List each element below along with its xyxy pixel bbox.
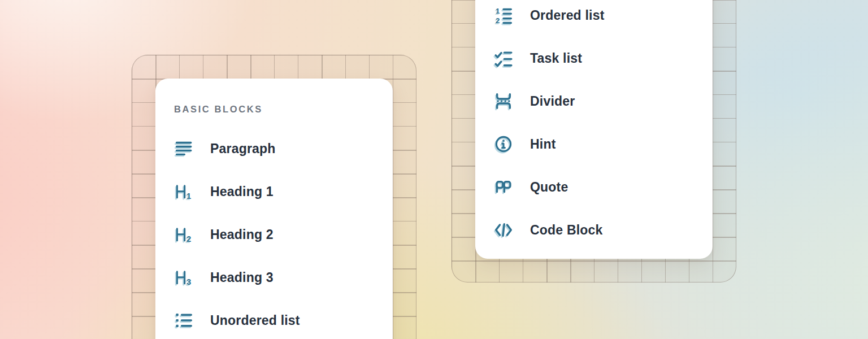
menu-item-label: Unordered list bbox=[210, 313, 300, 328]
heading-2-icon: 22 bbox=[174, 225, 193, 244]
menu-item-label: Task list bbox=[530, 51, 582, 66]
menu-item-divider[interactable]: Divider bbox=[494, 80, 713, 123]
menu-item-label: Heading 2 bbox=[210, 227, 274, 242]
more-blocks-menu-list: 1212 Ordered list Task list Divider Hint… bbox=[475, 0, 713, 251]
task-list-icon bbox=[494, 49, 513, 68]
menu-item-quote[interactable]: Quote bbox=[494, 166, 713, 208]
unordered-list-icon bbox=[174, 311, 193, 330]
menu-item-unordered-list[interactable]: Unordered list bbox=[174, 299, 393, 339]
menu-item-label: Divider bbox=[530, 94, 575, 109]
code-block-icon bbox=[494, 220, 513, 240]
svg-text:3: 3 bbox=[186, 277, 191, 286]
menu-item-label: Quote bbox=[530, 180, 568, 195]
svg-text:1: 1 bbox=[496, 7, 500, 15]
menu-item-label: Hint bbox=[530, 137, 556, 152]
menu-item-label: Heading 1 bbox=[210, 184, 274, 199]
menu-item-hint[interactable]: Hint bbox=[494, 123, 713, 166]
svg-text:2: 2 bbox=[186, 234, 191, 244]
basic-blocks-menu-list: Paragraph 11 Heading 1 22 Heading 2 33 H… bbox=[155, 118, 393, 339]
menu-item-label: Paragraph bbox=[210, 141, 276, 157]
menu-item-label: Heading 3 bbox=[210, 270, 274, 285]
menu-item-paragraph[interactable]: Paragraph bbox=[174, 127, 393, 170]
menu-item-code-block[interactable]: Code Block bbox=[494, 208, 713, 251]
menu-item-ordered-list[interactable]: 1212 Ordered list bbox=[494, 0, 713, 37]
menu-item-heading-2[interactable]: 22 Heading 2 bbox=[174, 213, 393, 256]
menu-item-label: Ordered list bbox=[530, 8, 605, 23]
ordered-list-icon: 1212 bbox=[494, 6, 513, 25]
editor-blocks-menu-screen: BASIC BLOCKS Paragraph 11 Heading 1 22 H… bbox=[0, 0, 868, 339]
basic-blocks-menu-card: BASIC BLOCKS Paragraph 11 Heading 1 22 H… bbox=[155, 79, 393, 339]
menu-item-heading-1[interactable]: 11 Heading 1 bbox=[174, 170, 393, 213]
quote-icon bbox=[494, 177, 513, 197]
heading-3-icon: 33 bbox=[174, 268, 193, 287]
menu-item-label: Code Block bbox=[530, 223, 603, 238]
heading-1-icon: 11 bbox=[174, 182, 193, 201]
svg-text:2: 2 bbox=[496, 16, 500, 25]
hint-icon bbox=[494, 134, 513, 154]
more-blocks-menu-card: 1212 Ordered list Task list Divider Hint… bbox=[475, 0, 713, 259]
divider-icon bbox=[494, 92, 513, 111]
basic-blocks-section-title: BASIC BLOCKS bbox=[174, 100, 393, 118]
paragraph-icon bbox=[174, 139, 193, 158]
menu-item-heading-3[interactable]: 33 Heading 3 bbox=[174, 256, 393, 299]
svg-text:1: 1 bbox=[186, 192, 191, 201]
menu-item-task-list[interactable]: Task list bbox=[494, 37, 713, 80]
